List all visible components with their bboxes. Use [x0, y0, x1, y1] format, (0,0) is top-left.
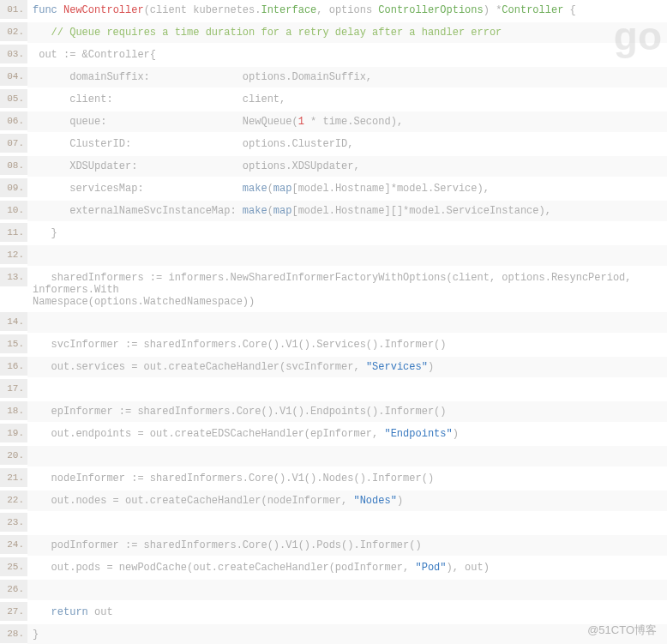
token-plain: [33, 517, 39, 529]
token-plain: [33, 250, 39, 262]
token-str: "Services": [366, 361, 428, 373]
line-number: 08.: [0, 156, 27, 175]
token-plain: nodeInformer := sharedInformers.Core().V…: [33, 472, 434, 485]
code-line: 06. queue: NewQueue(1 * time.Second),: [0, 111, 667, 134]
token-plain: {: [563, 4, 575, 16]
token-kw: make: [243, 183, 267, 195]
token-plain: ): [453, 428, 459, 440]
code-line: 18. epInformer := sharedInformers.Core()…: [0, 401, 667, 424]
token-type: ControllerOptions: [378, 4, 483, 16]
token-plain: out: [88, 606, 113, 618]
token-plain: out := &Controller{: [33, 49, 156, 61]
token-plain: XDSUpdater: options.XDSUpdater,: [33, 160, 360, 172]
token-plain: ): [428, 361, 434, 373]
line-number: 23.: [0, 513, 27, 532]
code-content: XDSUpdater: options.XDSUpdater,: [27, 156, 667, 177]
line-number: 06.: [0, 111, 27, 130]
token-plain: [33, 316, 39, 328]
line-number: 21.: [0, 468, 27, 487]
code-content: // Queue requires a time duration for a …: [27, 22, 667, 43]
code-line: 13. sharedInformers := informers.NewShar…: [0, 268, 667, 312]
code-line: 28.}: [0, 624, 667, 644]
code-line: 21. nodeInformer := sharedInformers.Core…: [0, 468, 667, 491]
line-number: 17.: [0, 379, 27, 398]
token-plain: ): [397, 495, 403, 507]
token-plain: queue: NewQueue(: [33, 116, 298, 128]
code-line: 27. return out: [0, 602, 667, 624]
token-plain: }: [33, 227, 57, 239]
code-line: 05. client: client,: [0, 89, 667, 111]
code-line: 14.: [0, 312, 667, 334]
code-block: 01.func NewController(client kubernetes.…: [0, 0, 667, 644]
code-content: domainSuffix: options.DomainSuffix,: [27, 67, 667, 87]
code-line: 09. servicesMap: make(map[model.Hostname…: [0, 178, 667, 201]
code-content: out.services = out.createCacheHandler(sv…: [27, 357, 667, 377]
code-content: epInformer := sharedInformers.Core().V1(…: [27, 401, 667, 422]
code-line: 10. externalNameSvcInstanceMap: make(map…: [0, 201, 667, 223]
line-number: 28.: [0, 624, 27, 643]
token-plain: [33, 606, 51, 618]
line-number: 01.: [0, 0, 27, 19]
line-number: 09.: [0, 178, 27, 197]
code-line: 11. }: [0, 223, 667, 245]
token-str: "Nodes": [353, 495, 396, 507]
token-plain: out.endpoints = out.createEDSCacheHandle…: [33, 428, 384, 440]
token-op: ): [484, 4, 496, 16]
code-line: 22. out.nodes = out.createCacheHandler(n…: [0, 491, 667, 513]
line-number: 14.: [0, 312, 27, 331]
token-plain: , options: [316, 4, 378, 16]
code-line: 02. // Queue requires a time duration fo…: [0, 22, 667, 45]
token-plain: client: client,: [33, 93, 285, 105]
line-number: 02.: [0, 22, 27, 41]
token-plain: sharedInformers := informers.NewSharedIn…: [33, 272, 638, 308]
line-number: 03.: [0, 45, 27, 63]
code-line: 08. XDSUpdater: options.XDSUpdater,: [0, 156, 667, 178]
code-content: externalNameSvcInstanceMap: make(map[mod…: [27, 201, 667, 221]
code-line: 24. podInformer := sharedInformers.Core(…: [0, 535, 667, 557]
token-plain: [33, 27, 51, 39]
line-number: 26.: [0, 580, 27, 599]
token-plain: * time.Second),: [304, 116, 403, 128]
token-plain: externalNameSvcInstanceMap:: [33, 205, 243, 217]
code-line: 04. domainSuffix: options.DomainSuffix,: [0, 67, 667, 89]
token-num: 1: [298, 116, 304, 128]
line-number: 20.: [0, 446, 27, 465]
code-line: 03. out := &Controller{: [0, 45, 667, 67]
code-content: [27, 513, 667, 533]
code-content: nodeInformer := sharedInformers.Core().V…: [27, 468, 667, 489]
line-number: 19.: [0, 424, 27, 442]
token-plain: [model.Hostname]*model.Service),: [291, 183, 489, 195]
token-plain: svcInformer := sharedInformers.Core().V1…: [33, 339, 446, 351]
code-content: [27, 446, 667, 466]
code-line: 19. out.endpoints = out.createEDSCacheHa…: [0, 424, 667, 446]
line-number: 04.: [0, 67, 27, 86]
code-content: out.endpoints = out.createEDSCacheHandle…: [27, 424, 667, 444]
code-content: [27, 312, 667, 333]
token-plain: [33, 383, 39, 395]
token-plain: (: [267, 183, 273, 195]
code-content: ClusterID: options.ClusterID,: [27, 134, 667, 154]
token-type: Interface: [261, 4, 316, 16]
code-line: 16. out.services = out.createCacheHandle…: [0, 357, 667, 379]
code-line: 15. svcInformer := sharedInformers.Core(…: [0, 334, 667, 357]
line-number: 10.: [0, 201, 27, 220]
token-plain: out.nodes = out.createCacheHandler(nodeI…: [33, 495, 353, 507]
code-line: 07. ClusterID: options.ClusterID,: [0, 134, 667, 156]
token-op: (: [144, 4, 150, 16]
token-kw: func: [33, 4, 63, 16]
line-number: 11.: [0, 223, 27, 242]
code-line: 25. out.pods = newPodCache(out.createCac…: [0, 557, 667, 580]
line-number: 27.: [0, 602, 27, 621]
token-kw: map: [273, 205, 292, 217]
line-number: 16.: [0, 357, 27, 376]
token-str: "Pod": [415, 562, 446, 574]
token-plain: [33, 450, 39, 462]
token-fn: NewController: [63, 4, 144, 16]
code-content: servicesMap: make(map[model.Hostname]*mo…: [27, 178, 667, 199]
code-content: client: client,: [27, 89, 667, 110]
token-plain: domainSuffix: options.DomainSuffix,: [33, 71, 372, 83]
token-plain: out.pods = newPodCache(out.createCacheHa…: [33, 562, 415, 574]
token-kw: return: [51, 606, 88, 618]
line-number: 07.: [0, 134, 27, 153]
token-plain: client kubernetes.: [150, 4, 261, 16]
